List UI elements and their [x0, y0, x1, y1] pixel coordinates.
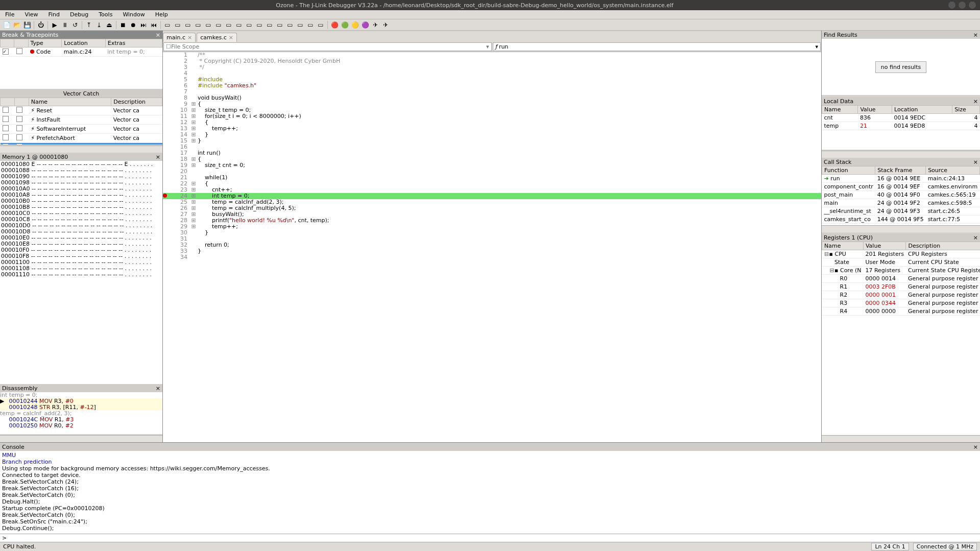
stack-frame-row[interactable]: post_main40 @ 0014 9F0camkes.c:565:19000… — [822, 191, 981, 199]
stack-frame-row[interactable]: __sel4runtime_st24 @ 0014 9F3start.c:26:… — [822, 207, 981, 215]
stack-frame-row[interactable]: ➔ run16 @ 0014 9EEmain.c:24:130001 024 — [822, 175, 981, 183]
register-row[interactable]: R00000 0014General purpose register 0 — [822, 275, 981, 283]
toolbar-btn-1[interactable]: 📂 — [12, 20, 21, 30]
stack-frame-row[interactable]: _camkes_start_c24 @ 0014 9F6camkes.c:317… — [822, 224, 981, 226]
breakpoint-row[interactable]: Codemain.c:24int temp = 0; — [1, 47, 162, 57]
toolbar-btn-37[interactable]: 🟢 — [340, 20, 349, 30]
toolbar-btn-27[interactable]: ▭ — [245, 20, 254, 30]
stack-frame-row[interactable]: camkes_start_co144 @ 0014 9F5start.c:77:… — [822, 215, 981, 224]
toolbar-btn-25[interactable]: ▭ — [224, 20, 233, 30]
toolbar-btn-31[interactable]: ▭ — [285, 20, 295, 30]
toolbar-btn-24[interactable]: ▭ — [214, 20, 223, 30]
toolbar-btn-10[interactable]: ⤒ — [84, 20, 93, 30]
tab-camkes-c[interactable]: camkes.c× — [197, 33, 237, 42]
toolbar-btn-39[interactable]: 🟣 — [361, 20, 370, 30]
menu-debug[interactable]: Debug — [65, 10, 93, 19]
toolbar-btn-14[interactable]: ⏹ — [118, 20, 128, 30]
no-find-results-button[interactable]: no find results — [875, 61, 926, 73]
register-row[interactable]: R20000 0001General purpose register 2 — [822, 291, 981, 299]
local-data-close-icon[interactable]: × — [973, 98, 978, 105]
registers-table: NameValueDescription⊟▪ CPU201 RegistersC… — [822, 242, 980, 316]
memory-close-icon[interactable]: × — [156, 154, 160, 160]
tab-close-icon[interactable]: × — [187, 34, 192, 41]
local-var-row[interactable]: cnt8360014 9EDC4 — [822, 114, 980, 122]
register-row[interactable]: ⊟▪ Core (N17 RegistersCurrent State CPU … — [822, 267, 981, 275]
disassembly-close-icon[interactable]: × — [156, 385, 160, 392]
toolbar-btn-17[interactable]: ⏮ — [149, 20, 158, 30]
toolbar-btn-33[interactable]: ▭ — [306, 20, 315, 30]
tab-main-c[interactable]: main.c× — [163, 33, 196, 42]
toolbar-btn-21[interactable]: ▭ — [183, 20, 193, 30]
register-row[interactable]: R10003 2F0BGeneral purpose register 1 — [822, 283, 981, 291]
toolbar-btn-40[interactable]: ✈ — [371, 20, 380, 30]
toolbar-btn-4[interactable]: ⏻ — [36, 20, 45, 30]
stack-frame-row[interactable]: component_contr16 @ 0014 9EFcamkes.envir… — [822, 183, 981, 191]
maximize-button[interactable] — [959, 2, 966, 9]
toolbar-btn-28[interactable]: ▭ — [255, 20, 264, 30]
source-editor[interactable]: 1/**2 * Copyright (C) 2019-2020, Hensold… — [163, 52, 821, 442]
disassembly-view[interactable]: int temp = 0;▶ 00010244 MOV R3, #0 00010… — [0, 392, 162, 434]
toolbar-btn-34[interactable]: ▭ — [316, 20, 325, 30]
toolbar-btn-6[interactable]: ▶ — [50, 20, 59, 30]
toolbar-btn-20[interactable]: ▭ — [173, 20, 182, 30]
toolbar-btn-12[interactable]: ⏏ — [105, 20, 114, 30]
registers-header: Registers 1 (CPU)× — [822, 233, 980, 242]
console-close-icon[interactable]: × — [973, 444, 978, 450]
find-results-header: Find Results× — [822, 31, 980, 39]
call-stack-hscroll[interactable] — [822, 225, 980, 232]
register-row[interactable]: R40000 0000General purpose register 4 — [822, 307, 981, 316]
breakpoints-close-icon[interactable]: × — [156, 32, 160, 38]
toolbar-btn-0[interactable]: 📄 — [2, 20, 11, 30]
toolbar-btn-22[interactable]: ▭ — [194, 20, 203, 30]
register-row[interactable]: StateUser ModeCurrent CPU State — [822, 258, 981, 267]
close-button[interactable] — [969, 2, 976, 9]
register-row[interactable]: R30000 0344General purpose register 3 — [822, 299, 981, 307]
registers-hscroll[interactable] — [822, 435, 980, 442]
toolbar-btn-11[interactable]: ⤓ — [94, 20, 104, 30]
stack-frame-row[interactable]: main24 @ 0014 9F2camkes.c:598:50001 163 — [822, 199, 981, 207]
vector-catch-row[interactable]: ⚡ SoftwareInterruptVector ca — [1, 125, 162, 134]
toolbar-btn-36[interactable]: 🔴 — [330, 20, 339, 30]
toolbar-btn-8[interactable]: ↺ — [70, 20, 80, 30]
titlebar: Ozone - The J-Link Debugger V3.22a - /ho… — [0, 0, 980, 10]
toolbar-btn-19[interactable]: ▭ — [163, 20, 172, 30]
menu-find[interactable]: Find — [43, 10, 65, 19]
console-output[interactable]: MMU Branch predictionUsing stop mode for… — [0, 451, 980, 534]
console-input[interactable]: > — [0, 534, 980, 542]
toolbar-btn-29[interactable]: ▭ — [265, 20, 274, 30]
call-stack-header: Call Stack× — [822, 158, 980, 166]
find-close-icon[interactable]: × — [973, 32, 978, 38]
toolbar-btn-38[interactable]: 🟡 — [350, 20, 360, 30]
call-stack-close-icon[interactable]: × — [973, 159, 978, 165]
minimize-button[interactable] — [948, 2, 955, 9]
toolbar-btn-26[interactable]: ▭ — [234, 20, 244, 30]
registers-close-icon[interactable]: × — [973, 234, 978, 241]
tab-close-icon[interactable]: × — [229, 34, 233, 41]
vector-catch-hscroll[interactable] — [0, 146, 162, 153]
menu-tools[interactable]: Tools — [93, 10, 117, 19]
toolbar-btn-23[interactable]: ▭ — [204, 20, 213, 30]
toolbar-btn-30[interactable]: ▭ — [275, 20, 284, 30]
toolbar-btn-7[interactable]: ⏸ — [60, 20, 69, 30]
breakpoints-header: Break & Tracepoints× — [0, 31, 162, 39]
function-dropdown[interactable]: ƒ run▾ — [493, 42, 821, 51]
toolbar-btn-41[interactable]: ✈ — [381, 20, 390, 30]
memory-view[interactable]: 00001080 E -- -- -- -- -- -- -- -- -- --… — [0, 161, 162, 384]
menu-help[interactable]: Help — [150, 10, 173, 19]
menu-file[interactable]: File — [0, 10, 19, 19]
local-data-hscroll[interactable] — [822, 151, 980, 158]
disassembly-hscroll[interactable] — [0, 435, 162, 442]
vector-catch-row[interactable]: ⚡ ResetVector ca — [1, 106, 162, 115]
toolbar-btn-15[interactable]: ⏺ — [129, 20, 138, 30]
menu-window[interactable]: Window — [117, 10, 150, 19]
toolbar-btn-16[interactable]: ⏭ — [139, 20, 148, 30]
vector-catch-row[interactable]: ⚡ PrefetchAbortVector ca — [1, 134, 162, 143]
scope-dropdown[interactable]: ☐ File Scope▾ — [163, 42, 492, 51]
toolbar-btn-2[interactable]: 💾 — [22, 20, 32, 30]
vector-catch-row[interactable]: ⚡ InstFaultVector ca — [1, 115, 162, 125]
vector-catch-row[interactable]: ⚡ DataAbortVector ca — [1, 143, 162, 145]
toolbar-btn-32[interactable]: ▭ — [296, 20, 305, 30]
menu-view[interactable]: View — [19, 10, 43, 19]
register-row[interactable]: ⊟▪ CPU201 RegistersCPU Registers — [822, 250, 981, 258]
local-var-row[interactable]: temp210014 9ED84 — [822, 122, 980, 130]
